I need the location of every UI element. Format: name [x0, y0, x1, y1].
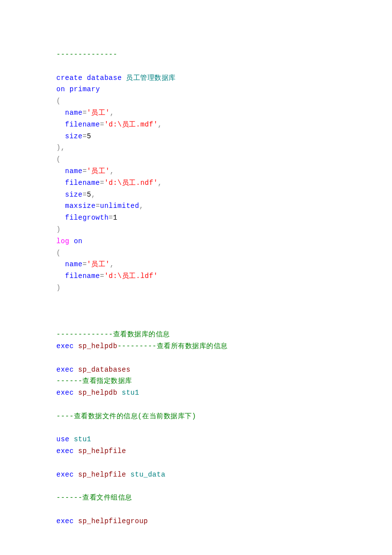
name-line-2: name='员工',: [56, 166, 336, 177]
create-database-line: create database 员工管理数据库: [56, 73, 336, 84]
exec-databases-line: exec sp_databases: [56, 364, 336, 376]
paren-close-3: ): [56, 282, 336, 294]
comment-datafile-info: ----查看数据文件的信息(在当前数据库下): [56, 411, 336, 423]
maxsize-line: maxsize=unlimited,: [56, 201, 336, 212]
code-page: -------------- create database 员工管理数据库 o…: [0, 0, 392, 555]
paren-close-comma: ),: [56, 142, 336, 154]
exec-helpfile-line: exec sp_helpfile: [56, 446, 336, 457]
paren-close-2: ): [56, 224, 336, 236]
blank-line: [56, 306, 336, 318]
blank-line: [56, 317, 336, 329]
size-line-1: size=5: [56, 131, 336, 143]
blank-line: [56, 504, 336, 516]
paren-open-2: (: [56, 154, 336, 166]
filename-line-3: filename='d:\员工.ldf': [56, 271, 336, 282]
filename-line-2: filename='d:\员工.ndf',: [56, 177, 336, 189]
use-stu1-line: use stu1: [56, 434, 336, 446]
filename-line-1: filename='d:\员工.mdf',: [56, 119, 336, 131]
on-primary-line: on primary: [56, 84, 336, 96]
name-line-3: name='员工',: [56, 259, 336, 271]
exec-helpfilegroup-line: exec sp_helpfilegroup: [56, 516, 336, 528]
exec-helpdb-stu1-line: exec sp_helpdb stu1: [56, 387, 336, 399]
blank-line: [56, 353, 336, 364]
blank-line: [56, 61, 336, 73]
comment-specified-db: ------查看指定数据库: [56, 376, 336, 387]
exec-helpdb-line: exec sp_helpdb---------查看所有数据库的信息: [56, 341, 336, 353]
blank-line: [56, 294, 336, 306]
paren-open-3: (: [56, 248, 336, 259]
blank-line: [56, 457, 336, 469]
blank-line: [56, 480, 336, 492]
blank-line: [56, 423, 336, 434]
blank-line: [56, 399, 336, 411]
filegrowth-line: filegrowth=1: [56, 212, 336, 224]
comment-filegroup: ------查看文件组信息: [56, 492, 336, 504]
name-line-1: name='员工',: [56, 107, 336, 119]
exec-helpfile-studata-line: exec sp_helpfile stu_data: [56, 469, 336, 481]
comment-dashes: --------------: [56, 49, 336, 61]
size-line-2: size=5,: [56, 189, 336, 201]
comment-view-db: -------------查看数据库的信息: [56, 329, 336, 341]
paren-open: (: [56, 96, 336, 107]
log-on-line: log on: [56, 236, 336, 248]
